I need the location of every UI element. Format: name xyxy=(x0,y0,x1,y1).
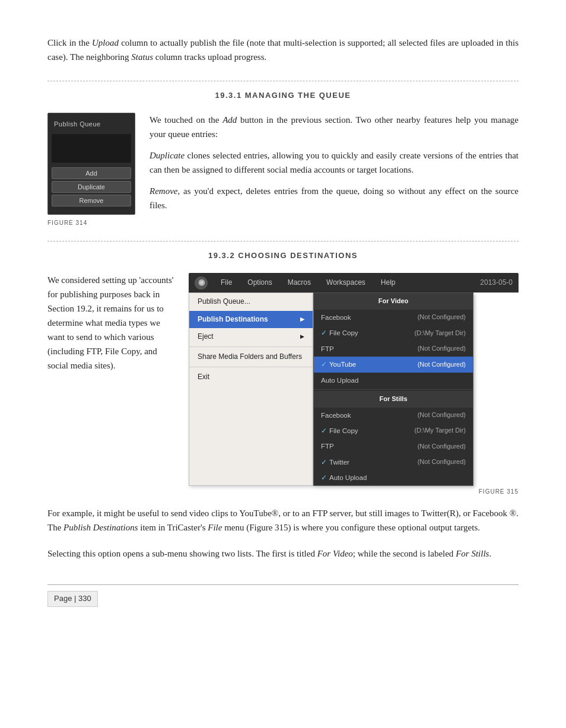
dropdown-label-publish-destinations: Publish Destinations xyxy=(198,314,268,325)
dropdown-wrapper: Publish Queue... Publish Destinations ▶ … xyxy=(189,293,519,486)
menu-help[interactable]: Help xyxy=(379,276,398,290)
fig314-para2-after: clones selected entries, allowing you to… xyxy=(150,151,519,174)
fig314-para2: Duplicate clones selected entries, allow… xyxy=(150,148,519,177)
dropdown-item-share-media[interactable]: Share Media Folders and Buffers xyxy=(189,348,313,365)
menu-workspaces[interactable]: Workspaces xyxy=(324,276,368,290)
menu-options[interactable]: Options xyxy=(245,276,274,290)
dropdown-label-share-media: Share Media Folders and Buffers xyxy=(198,351,302,363)
sub-item-label-facebook-video: Facebook xyxy=(321,312,374,323)
fig314-para1: We touched on the Add button in the prev… xyxy=(150,113,519,141)
bottom-text-2: item in TriCaster's xyxy=(138,523,208,532)
selecting-italic-stills: For Stills xyxy=(456,549,489,558)
fig315-left-text: We considered setting up 'accounts' for … xyxy=(47,273,178,373)
sub-item-value-filecopy-video: (D:\My Target Dir) xyxy=(414,328,466,339)
dropdown-item-publish-queue[interactable]: Publish Queue... xyxy=(189,293,313,310)
sub-separator xyxy=(314,389,473,390)
fig314-italic-remove: Remove xyxy=(150,186,177,196)
dropdown-separator xyxy=(189,346,313,347)
bottom-italic-file: File xyxy=(208,523,222,532)
fig314-description: We touched on the Add button in the prev… xyxy=(150,113,519,212)
page-number: Page | 330 xyxy=(47,591,98,607)
intro-italic-upload: Upload xyxy=(92,38,119,47)
sub-item-filecopy-stills[interactable]: ✓File Copy (D:\My Target Dir) xyxy=(314,423,473,438)
intro-text-2: column to actually publish the file (not… xyxy=(47,38,519,62)
pq-add-button[interactable]: Add xyxy=(52,167,131,179)
sub-item-value-facebook-video: (Not Configured) xyxy=(418,312,466,323)
sub-item-label-facebook-stills: Facebook xyxy=(321,410,374,421)
sub-item-label-ftp-video: FTP xyxy=(321,344,374,354)
sub-item-label-youtube-video: ✓YouTube xyxy=(321,359,374,370)
intro-italic-status: Status xyxy=(131,52,153,62)
sub-item-value-youtube-video: (Not Configured) xyxy=(418,360,466,370)
checkmark-twitter: ✓ xyxy=(321,459,327,466)
sub-item-label-autoupload-video: Auto Upload xyxy=(321,375,374,386)
sub-item-value-twitter-stills: (Not Configured) xyxy=(418,457,466,468)
publish-queue-widget: Publish Queue Add Duplicate Remove xyxy=(47,113,135,215)
sub-item-label-ftp-stills: FTP xyxy=(321,441,374,452)
fig314-container: Publish Queue Add Duplicate Remove Figur… xyxy=(47,113,519,228)
sub-item-value-ftp-stills: (Not Configured) xyxy=(418,441,466,452)
figure-314-label: Figure 314 xyxy=(47,218,135,228)
dropdown-item-exit[interactable]: Exit xyxy=(189,368,313,386)
intro-paragraph: Click in the Upload column to actually p… xyxy=(47,36,519,64)
fig314-para3: Remove, as you'd expect, deletes entries… xyxy=(150,184,519,212)
dropdown-main: Publish Queue... Publish Destinations ▶ … xyxy=(189,293,313,486)
checkmark-autoupload-stills: ✓ xyxy=(321,474,327,481)
sub-item-value-facebook-stills: (Not Configured) xyxy=(418,410,466,421)
fig315-section: We considered setting up 'accounts' for … xyxy=(47,273,519,497)
dropdown-label-exit: Exit xyxy=(198,371,209,383)
sub-item-autoupload-video[interactable]: Auto Upload xyxy=(314,373,473,388)
menu-file[interactable]: File xyxy=(218,276,234,290)
sub-item-filecopy-video[interactable]: ✓File Copy (D:\My Target Dir) xyxy=(314,325,473,341)
pq-remove-button[interactable]: Remove xyxy=(52,195,131,206)
dropdown-item-eject[interactable]: Eject ▶ xyxy=(189,328,313,345)
sub-header-video: For Video xyxy=(314,293,473,310)
sub-item-value-ftp-video: (Not Configured) xyxy=(418,344,466,354)
pq-list-area xyxy=(52,134,131,163)
page-footer: Page | 330 xyxy=(47,584,519,607)
checkmark-youtube: ✓ xyxy=(321,361,327,368)
selecting-text-2: ; while the second is labeled xyxy=(353,549,456,558)
sub-item-label-twitter-stills: ✓Twitter xyxy=(321,457,374,468)
menu-macros[interactable]: Macros xyxy=(285,276,313,290)
publish-queue-widget-wrapper: Publish Queue Add Duplicate Remove Figur… xyxy=(47,113,135,228)
arrow-icon-destinations: ▶ xyxy=(300,315,304,323)
selecting-text-3: . xyxy=(489,549,491,558)
bottom-text-paragraph: For example, it might be useful to send … xyxy=(47,506,519,535)
checkmark-filecopy-stills: ✓ xyxy=(321,427,327,434)
fig314-para3-after: , as you'd expect, deletes entries from … xyxy=(150,186,519,210)
dropdown-label-eject: Eject xyxy=(198,331,214,342)
divider-2 xyxy=(47,241,519,241)
sub-item-ftp-stills[interactable]: FTP (Not Configured) xyxy=(314,438,473,454)
app-logo: ◉ xyxy=(195,276,208,290)
pq-title: Publish Queue xyxy=(48,118,135,135)
sub-item-label-autoupload-stills: ✓Auto Upload xyxy=(321,472,374,483)
sub-item-facebook-video[interactable]: Facebook (Not Configured) xyxy=(314,310,473,325)
divider-1 xyxy=(47,81,519,81)
dropdown-item-publish-destinations[interactable]: Publish Destinations ▶ xyxy=(189,311,313,328)
sub-item-twitter-stills[interactable]: ✓Twitter (Not Configured) xyxy=(314,454,473,470)
selecting-italic-video: For Video xyxy=(317,549,353,558)
menu-bar: ◉ File Options Macros Workspaces Help 20… xyxy=(189,273,519,293)
fig314-italic-add: Add xyxy=(222,115,237,125)
sub-item-value-filecopy-stills: (D:\My Target Dir) xyxy=(414,425,466,436)
sub-item-youtube-video[interactable]: ✓YouTube (Not Configured) xyxy=(314,357,473,372)
dropdown-separator-2 xyxy=(189,367,313,367)
sub-item-label-filecopy-stills: ✓File Copy xyxy=(321,425,374,436)
dropdown-submenu: For Video Facebook (Not Configured) ✓Fil… xyxy=(313,293,473,486)
menu-date: 2013-05-0 xyxy=(480,277,513,288)
bottom-text-3: menu (Figure 315) is where you configure… xyxy=(222,523,480,532)
sub-header-stills: For Stills xyxy=(314,391,473,408)
fig314-italic-duplicate: Duplicate xyxy=(150,151,185,160)
fig315-menu-area: ◉ File Options Macros Workspaces Help 20… xyxy=(189,273,519,497)
intro-text-3: column tracks upload progress. xyxy=(155,52,266,62)
section2-title: 19.3.2 Choosing Destinations xyxy=(47,250,519,262)
pq-duplicate-button[interactable]: Duplicate xyxy=(52,181,131,193)
sub-item-ftp-video[interactable]: FTP (Not Configured) xyxy=(314,341,473,357)
figure-315-label: Figure 315 xyxy=(189,487,519,497)
selecting-text-1: Selecting this option opens a sub-menu s… xyxy=(47,549,317,558)
sub-item-facebook-stills[interactable]: Facebook (Not Configured) xyxy=(314,408,473,423)
dropdown-label-publish-queue: Publish Queue... xyxy=(198,296,250,307)
selecting-paragraph: Selecting this option opens a sub-menu s… xyxy=(47,546,519,561)
sub-item-autoupload-stills[interactable]: ✓Auto Upload xyxy=(314,470,473,485)
